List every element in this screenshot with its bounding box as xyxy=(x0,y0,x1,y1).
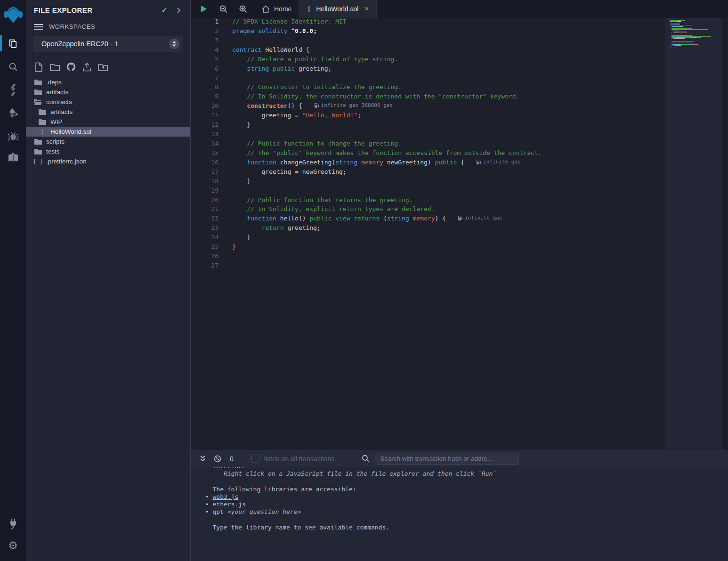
terminal-line: interface xyxy=(202,467,728,470)
terminal-line: Type the library name to see available c… xyxy=(202,524,728,531)
code-line-2[interactable]: pragma solidity ^0.8.0; xyxy=(232,27,665,37)
tree-item-wip[interactable]: WIP xyxy=(26,117,190,127)
sidebar-item-search[interactable] xyxy=(0,56,26,78)
code-line-22[interactable]: function hello() public view returns (st… xyxy=(232,215,665,224)
tab-home[interactable]: Home xyxy=(255,0,299,18)
code-line-5[interactable]: // Declare a public field of type string… xyxy=(232,56,665,65)
zoom-in-icon[interactable] xyxy=(238,4,248,14)
tree-item-label: HelloWorld.sol xyxy=(50,128,91,135)
terminal-panel: 0 listen on all transactions interface -… xyxy=(191,450,728,561)
tab-home-label: Home xyxy=(274,5,291,13)
terminal-link[interactable]: web3.js xyxy=(212,493,238,500)
sidebar-item-solidity-compiler[interactable] xyxy=(0,79,26,101)
code-line-20[interactable]: // Public function that returns the gree… xyxy=(232,196,665,206)
new-folder-icon[interactable] xyxy=(49,61,61,73)
code-line-8[interactable]: // Constructor to initialize the greetin… xyxy=(232,83,665,93)
code-line-14[interactable]: // Public function to change the greetin… xyxy=(232,140,665,149)
tree-item-helloworld-sol[interactable]: HelloWorld.sol xyxy=(26,127,190,137)
minimap[interactable] xyxy=(670,20,717,51)
line-number: 2 xyxy=(191,27,218,37)
terminal-output[interactable]: interface - Right click on a JavaScript … xyxy=(191,467,728,561)
code-line-16[interactable]: function changeGreeting(string memory ne… xyxy=(232,159,665,168)
code-line-11[interactable]: greeting = "Hello, World!"; xyxy=(232,112,665,121)
listen-transactions-checkbox[interactable] xyxy=(251,455,259,463)
terminal-line xyxy=(202,478,728,485)
code-line-12[interactable]: } xyxy=(232,121,665,130)
tree-item-artifacts[interactable]: artifacts xyxy=(26,87,190,97)
sidebar-item-file-explorer[interactable] xyxy=(0,33,26,54)
code-line-26[interactable] xyxy=(232,252,665,262)
terminal-search-input[interactable] xyxy=(375,453,519,465)
tree-item-label: scripts xyxy=(46,138,65,145)
code-line-6[interactable]: string public greeting; xyxy=(232,65,665,74)
code-editor[interactable]: 1234567891011121314151617181920212223242… xyxy=(191,18,728,450)
tree-item-contracts[interactable]: contracts xyxy=(26,97,190,107)
tree-item-tests[interactable]: tests xyxy=(26,146,190,156)
terminal-line xyxy=(202,516,728,523)
code-line-9[interactable]: // In Solidity, the constructor is defin… xyxy=(232,93,665,102)
code-line-25[interactable]: } xyxy=(232,243,665,252)
activity-bar: ⚙ xyxy=(0,0,26,561)
tree-item--deps[interactable]: .deps xyxy=(26,77,190,87)
tree-item--prettierrc-json[interactable]: { }.prettierrc.json xyxy=(26,156,190,166)
line-number: 8 xyxy=(191,83,218,93)
code-line-18[interactable]: } xyxy=(232,178,665,187)
tree-item-scripts[interactable]: scripts xyxy=(26,137,190,146)
code-line-7[interactable] xyxy=(232,74,665,84)
folder-icon xyxy=(38,108,46,116)
file-explorer-panel: FILE EXPLORER ✓ WORKSPACES OpenZeppelin … xyxy=(26,0,191,561)
sidebar-item-debugger[interactable] xyxy=(0,125,26,147)
editor-scrollbar[interactable] xyxy=(722,18,728,450)
code-line-4[interactable]: contract HelloWorld { xyxy=(232,46,665,56)
tree-item-label: .prettierrc.json xyxy=(46,158,87,165)
tree-item-artifacts[interactable]: artifacts xyxy=(26,107,190,117)
sidebar-item-learneth[interactable] xyxy=(0,147,26,169)
terminal-line: • gpt <your question here> xyxy=(202,508,728,516)
minimap-track[interactable] xyxy=(665,18,722,450)
code-line-15[interactable]: // The "public" keyword makes the functi… xyxy=(232,149,665,159)
line-number: 4 xyxy=(191,46,218,56)
upload-folder-icon[interactable] xyxy=(97,61,109,73)
code-line-13[interactable] xyxy=(232,130,665,140)
code-line-1[interactable]: // SPDX-License-Identifier: MIT xyxy=(232,18,665,27)
close-tab-icon[interactable]: × xyxy=(364,5,369,13)
expand-terminal-icon[interactable] xyxy=(197,453,208,464)
code-line-24[interactable]: } xyxy=(232,234,665,243)
zoom-out-icon[interactable] xyxy=(218,4,228,14)
line-number: 24 xyxy=(191,234,218,243)
line-number: 3 xyxy=(191,37,218,46)
folder-icon xyxy=(34,89,42,96)
workspace-dropdown[interactable]: OpenZeppelin ERC20 - 1 xyxy=(33,36,183,52)
chevron-right-icon[interactable] xyxy=(175,7,182,14)
remix-logo-icon[interactable] xyxy=(2,4,24,26)
code-line-17[interactable]: greeting = newGreeting; xyxy=(232,168,665,178)
solidity-compiler-icon xyxy=(8,84,19,96)
github-icon[interactable] xyxy=(65,61,77,73)
folder-icon xyxy=(34,138,42,146)
gas-estimate-badge: infinite gas 368600 gas xyxy=(315,102,393,108)
code-line-3[interactable] xyxy=(232,37,665,46)
hamburger-menu-icon[interactable] xyxy=(34,24,43,30)
sort-arrows-icon[interactable] xyxy=(169,39,179,49)
upload-file-icon[interactable] xyxy=(81,61,93,73)
line-number: 19 xyxy=(191,187,218,196)
code-line-10[interactable]: constructor() {infinite gas 368600 gas xyxy=(232,102,665,112)
transaction-count: 0 xyxy=(230,455,234,463)
check-icon[interactable]: ✓ xyxy=(162,6,168,15)
editor-tabbar: Home HelloWorld.sol × xyxy=(191,0,728,18)
code-line-19[interactable] xyxy=(232,187,665,196)
clear-console-icon[interactable] xyxy=(212,453,223,464)
sidebar-item-settings[interactable]: ⚙ xyxy=(0,535,26,556)
gear-icon: ⚙ xyxy=(8,540,18,551)
code-line-23[interactable]: return greeting; xyxy=(232,224,665,234)
new-file-icon[interactable] xyxy=(33,61,45,73)
code-line-21[interactable]: // In Solidity, explicit return types ar… xyxy=(232,205,665,215)
sidebar-item-plugin-manager[interactable] xyxy=(0,513,26,535)
code-line-27[interactable] xyxy=(232,262,665,271)
tab-helloworld-sol[interactable]: HelloWorld.sol × xyxy=(299,0,376,18)
terminal-link[interactable]: ethers.js xyxy=(212,501,245,508)
sidebar-item-deploy-and-run[interactable] xyxy=(0,102,26,124)
code-area[interactable]: // SPDX-License-Identifier: MITpragma so… xyxy=(232,18,665,450)
tree-item-label: WIP xyxy=(50,118,63,125)
run-script-button[interactable] xyxy=(198,4,209,14)
